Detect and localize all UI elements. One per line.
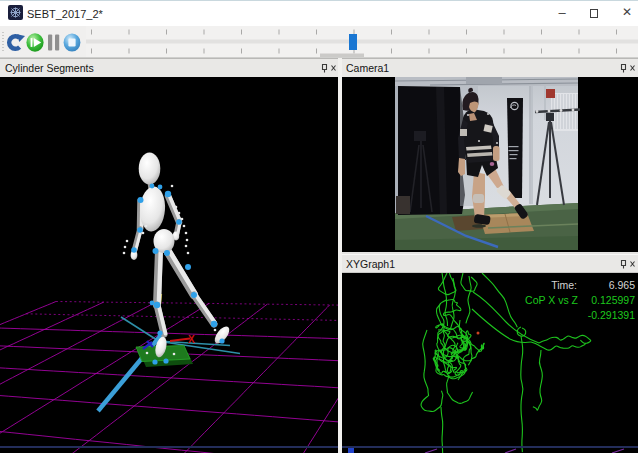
svg-text:6.965: 6.965 [609, 279, 635, 291]
svg-text:-0.291391: -0.291391 [588, 309, 635, 321]
svg-text:0.125997: 0.125997 [591, 294, 635, 306]
svg-text:Time:: Time: [551, 279, 577, 291]
svg-text:CoP X vs Z: CoP X vs Z [525, 294, 578, 306]
svg-text:X: X [188, 334, 195, 345]
